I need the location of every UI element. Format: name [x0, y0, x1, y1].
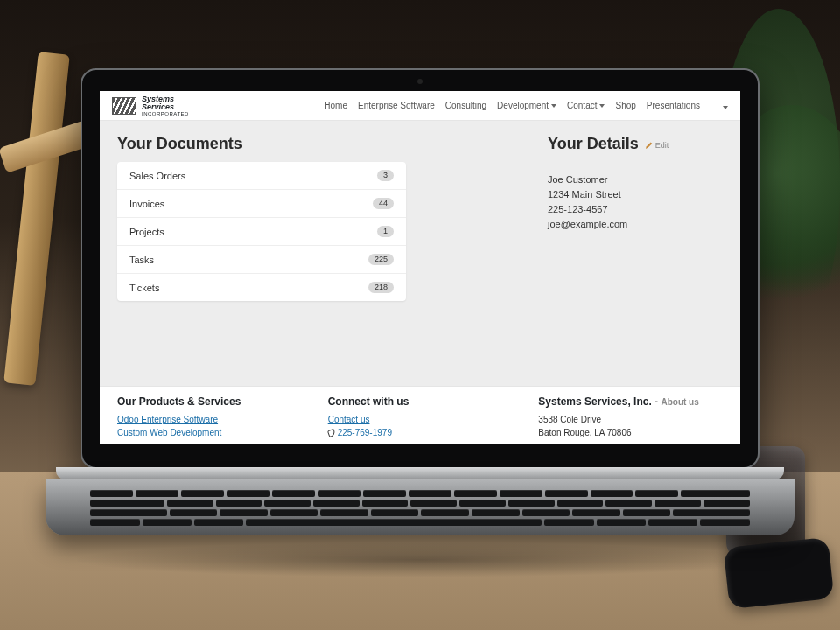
- nav-enterprise-label: Enterprise Software: [358, 101, 435, 110]
- footer-addr2: Baton Rouge, LA 70806: [538, 426, 723, 439]
- detail-address: 1234 Main Street: [548, 187, 723, 202]
- nav-consulting[interactable]: Consulting: [445, 101, 486, 110]
- count-badge: 225: [368, 254, 394, 265]
- laptop-bezel: Systems Services INCORPORATED Home Enter…: [80, 68, 760, 469]
- doc-label: Invoices: [130, 199, 164, 209]
- doc-row-invoices[interactable]: Invoices 44: [117, 190, 406, 218]
- laptop-shadow: [70, 542, 770, 578]
- nav-links: Home Enterprise Software Consulting Deve…: [324, 101, 700, 110]
- nav-consulting-label: Consulting: [445, 101, 486, 110]
- nav-development-label: Development: [497, 101, 549, 110]
- chevron-down-icon: [551, 104, 556, 108]
- lamp-decor: [4, 52, 70, 386]
- phone-icon: [327, 429, 336, 438]
- portal-app: Systems Services INCORPORATED Home Enter…: [100, 91, 740, 444]
- count-badge: 1: [377, 226, 394, 237]
- nav-contact-label: Contact: [567, 101, 597, 110]
- brand-line2: Services: [142, 103, 189, 111]
- brand-logo-icon: [112, 97, 136, 115]
- detail-phone: 225-123-4567: [548, 202, 723, 217]
- nav-home-label: Home: [324, 101, 347, 110]
- doc-row-tasks[interactable]: Tasks 225: [117, 246, 406, 274]
- page-body: Your Documents Sales Orders 3 Invoices 4…: [100, 121, 740, 386]
- chevron-down-icon: [599, 104, 605, 108]
- edit-details-link[interactable]: Edit: [646, 141, 669, 150]
- webcam-dot: [417, 79, 423, 84]
- footer-phone-link[interactable]: 225-769-1979: [338, 428, 392, 438]
- details-body: Joe Customer 1234 Main Street 225-123-45…: [548, 172, 723, 232]
- doc-row-projects[interactable]: Projects 1: [117, 218, 406, 246]
- footer-heading: Our Products & Services: [117, 396, 302, 408]
- footer-link-odoo[interactable]: Odoo Enterprise Software: [117, 415, 218, 424]
- doc-label: Tickets: [130, 283, 159, 293]
- nav-shop[interactable]: Shop: [615, 101, 635, 110]
- footer-heading: Systems Services, Inc. - About us: [538, 396, 723, 408]
- footer-link-contact[interactable]: Contact us: [328, 415, 370, 424]
- footer-col-connect: Connect with us Contact us 225-769-1979: [328, 396, 513, 439]
- nav-shop-label: Shop: [615, 101, 635, 110]
- documents-list: Sales Orders 3 Invoices 44 Projects 1: [117, 162, 406, 301]
- top-nav: Systems Services INCORPORATED Home Enter…: [100, 91, 740, 121]
- footer-company-name: Systems Services, Inc.: [538, 396, 651, 408]
- laptop-screen: Systems Services INCORPORATED Home Enter…: [100, 91, 740, 444]
- footer-about-link[interactable]: About us: [661, 397, 698, 407]
- detail-name: Joe Customer: [548, 172, 723, 187]
- footer-col-company: Systems Services, Inc. - About us 3538 C…: [538, 396, 723, 439]
- count-badge: 218: [368, 282, 394, 293]
- nav-user-menu[interactable]: [723, 101, 728, 111]
- laptop-hinge: [56, 467, 784, 480]
- count-badge: 3: [377, 170, 394, 181]
- brand[interactable]: Systems Services INCORPORATED: [112, 95, 189, 116]
- nav-presentations-label: Presentations: [647, 101, 700, 110]
- detail-email: joe@example.com: [548, 217, 723, 232]
- documents-heading: Your Documents: [117, 135, 406, 153]
- nav-development[interactable]: Development: [497, 101, 556, 110]
- laptop-base: [80, 467, 760, 520]
- brand-text: Systems Services INCORPORATED: [142, 95, 189, 116]
- footer-link-webdev[interactable]: Custom Web Development: [117, 428, 221, 438]
- doc-row-sales-orders[interactable]: Sales Orders 3: [117, 162, 406, 190]
- laptop: Systems Services INCORPORATED Home Enter…: [80, 68, 760, 520]
- chevron-down-icon: [723, 106, 728, 109]
- details-heading: Your Details: [548, 135, 639, 153]
- nav-home[interactable]: Home: [324, 101, 347, 110]
- doc-label: Tasks: [130, 255, 154, 265]
- nav-contact[interactable]: Contact: [567, 101, 605, 110]
- footer-sep: -: [652, 396, 662, 408]
- footer-addr1: 3538 Cole Drive: [538, 413, 723, 426]
- doc-label: Projects: [130, 227, 164, 237]
- documents-section: Your Documents Sales Orders 3 Invoices 4…: [117, 135, 406, 377]
- footer-col-products: Our Products & Services Odoo Enterprise …: [117, 396, 302, 439]
- doc-row-tickets[interactable]: Tickets 218: [117, 274, 406, 301]
- nav-presentations[interactable]: Presentations: [647, 101, 700, 110]
- edit-label: Edit: [655, 141, 669, 150]
- laptop-keyboard: [46, 480, 794, 536]
- brand-line3: INCORPORATED: [142, 111, 189, 116]
- footer: Our Products & Services Odoo Enterprise …: [100, 386, 740, 444]
- details-section: Your Details Edit Joe Customer 1234 Main…: [548, 135, 723, 377]
- doc-label: Sales Orders: [130, 171, 186, 181]
- nav-enterprise-software[interactable]: Enterprise Software: [358, 101, 435, 110]
- footer-heading: Connect with us: [328, 396, 513, 408]
- count-badge: 44: [373, 198, 394, 209]
- pencil-icon: [646, 142, 653, 149]
